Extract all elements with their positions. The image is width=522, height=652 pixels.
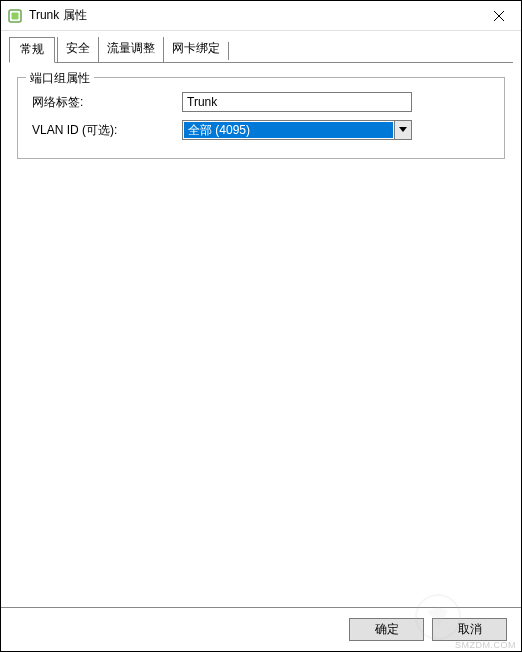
ok-button[interactable]: 确定	[349, 618, 424, 641]
port-group-properties-fieldset: 端口组属性 网络标签: VLAN ID (可选): 全部 (4095)	[17, 77, 505, 159]
svg-rect-1	[12, 12, 19, 19]
tab-separator	[228, 42, 229, 60]
network-label-label: 网络标签:	[32, 94, 182, 111]
vlan-id-select[interactable]: 全部 (4095)	[182, 120, 412, 140]
button-bar: 确定 取消	[1, 607, 521, 651]
window-title: Trunk 属性	[29, 7, 476, 24]
vlan-id-row: VLAN ID (可选): 全部 (4095)	[32, 120, 490, 140]
tab-bar: 常规 安全 流量调整 网卡绑定	[1, 31, 521, 62]
fieldset-legend: 端口组属性	[26, 70, 94, 87]
cancel-button[interactable]: 取消	[432, 618, 507, 641]
app-icon	[7, 8, 23, 24]
tab-security[interactable]: 安全	[57, 37, 96, 62]
network-label-row: 网络标签:	[32, 92, 490, 112]
tab-traffic-shaping[interactable]: 流量调整	[98, 37, 161, 62]
tab-label: 流量调整	[107, 41, 155, 55]
tab-general[interactable]: 常规	[9, 37, 55, 63]
vlan-id-value: 全部 (4095)	[184, 122, 393, 138]
tab-label: 常规	[20, 42, 44, 56]
close-icon	[494, 11, 504, 21]
tab-label: 安全	[66, 41, 90, 55]
svg-marker-4	[399, 127, 407, 132]
titlebar: Trunk 属性	[1, 1, 521, 31]
tab-label: 网卡绑定	[172, 41, 220, 55]
content-area: 端口组属性 网络标签: VLAN ID (可选): 全部 (4095)	[1, 63, 521, 607]
close-button[interactable]	[476, 1, 521, 30]
network-label-input[interactable]	[182, 92, 412, 112]
tab-nic-teaming[interactable]: 网卡绑定	[163, 37, 226, 62]
dialog-window: Trunk 属性 常规 安全 流量调整 网卡绑定 端口组属性 网络标签:	[0, 0, 522, 652]
chevron-down-icon	[394, 121, 411, 139]
vlan-id-label: VLAN ID (可选):	[32, 122, 182, 139]
